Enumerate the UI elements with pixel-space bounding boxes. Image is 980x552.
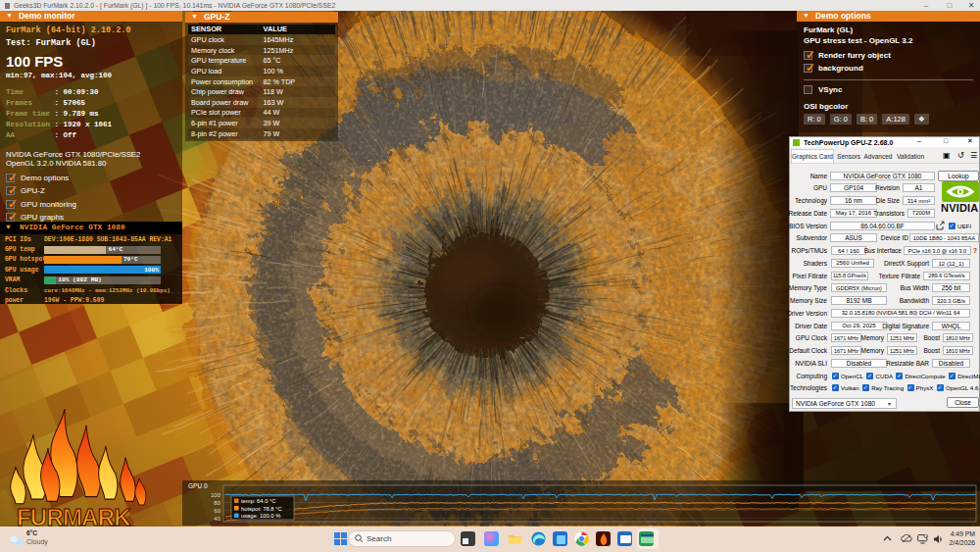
svg-text:100: 100 [211, 492, 221, 498]
svg-text:temp: 64.0 °C: temp: 64.0 °C [241, 498, 276, 504]
svg-text:NVIDIA: NVIDIA [941, 202, 978, 214]
svg-text:60: 60 [214, 508, 220, 514]
svg-text:GPU 0: GPU 0 [188, 482, 208, 489]
svg-text:hotspot: 78.8 °C: hotspot: 78.8 °C [241, 506, 282, 512]
svg-text:80: 80 [214, 500, 220, 506]
svg-text:40: 40 [214, 516, 220, 522]
svg-text:usage: 100.0 %: usage: 100.0 % [241, 513, 280, 519]
